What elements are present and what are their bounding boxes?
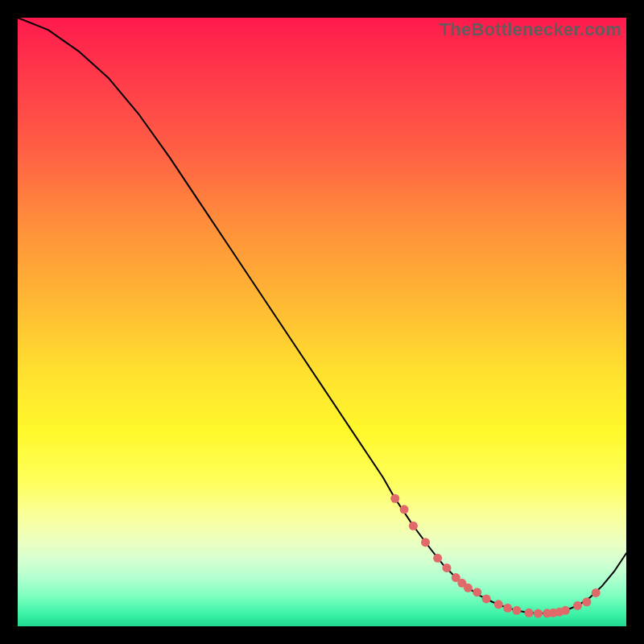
marker-dot (494, 600, 503, 609)
chart-svg (18, 18, 626, 626)
marker-dot (561, 606, 570, 615)
marker-dot (512, 606, 521, 615)
marker-dot (473, 588, 481, 597)
marker-dot (409, 522, 418, 530)
bottleneck-curve (18, 18, 626, 613)
marker-dot (573, 601, 582, 610)
marker-dot (442, 564, 451, 572)
marker-dot (592, 588, 601, 597)
highlight-markers (390, 494, 600, 618)
marker-dot (390, 494, 399, 503)
marker-dot (464, 584, 473, 592)
marker-dot (433, 554, 442, 563)
marker-dot (421, 538, 430, 547)
marker-dot (503, 604, 512, 613)
chart-plot-area: TheBottlenecker.com (18, 18, 626, 626)
marker-dot (534, 609, 543, 618)
marker-dot (525, 609, 534, 617)
chart-stage: TheBottlenecker.com (0, 0, 644, 644)
marker-dot (582, 597, 591, 606)
marker-dot (482, 594, 491, 603)
marker-dot (400, 505, 409, 514)
